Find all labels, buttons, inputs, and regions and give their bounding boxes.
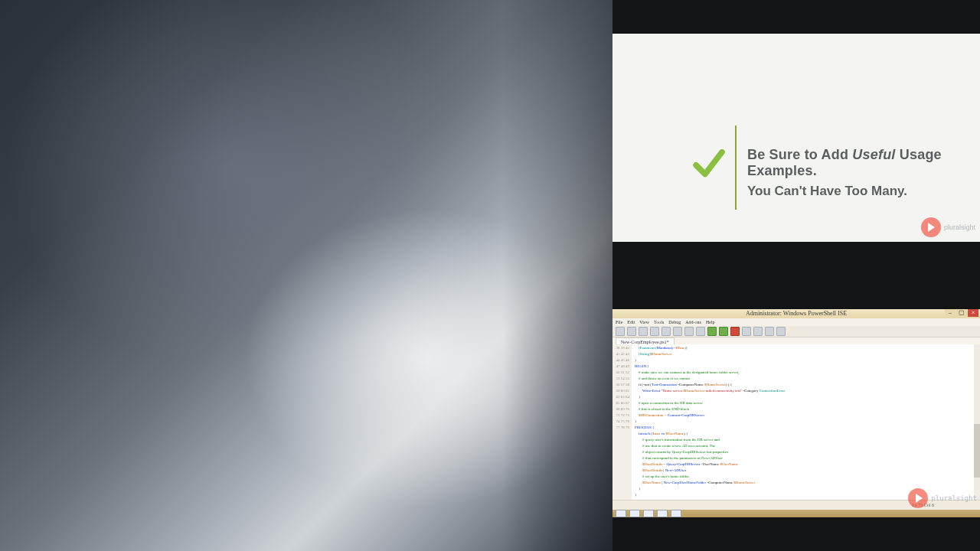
cut-icon[interactable] <box>650 327 659 336</box>
divider <box>735 126 737 210</box>
toolbar[interactable] <box>612 326 980 337</box>
run-selection-icon[interactable] <box>719 327 728 336</box>
checkmark-icon <box>692 147 726 181</box>
taskbar[interactable] <box>612 510 980 517</box>
run-icon[interactable] <box>707 327 717 336</box>
play-icon <box>908 488 928 508</box>
new-icon[interactable] <box>616 327 625 336</box>
brand-word: pluralsight <box>931 494 977 502</box>
code-editor[interactable]: 38 39 40 41 42 43 44 45 46 47 48 49 50 5… <box>612 344 980 500</box>
ie-icon[interactable] <box>629 510 640 517</box>
menu-view[interactable]: View <box>639 318 649 326</box>
explorer-icon[interactable] <box>643 510 654 517</box>
options-icon[interactable] <box>776 327 786 336</box>
save-icon[interactable] <box>639 327 648 336</box>
maximize-button[interactable]: ▢ <box>956 309 967 317</box>
window-title: Administrator: Windows PowerShell ISE <box>746 311 847 317</box>
pane-icon[interactable] <box>742 327 751 336</box>
menu-debug[interactable]: Debug <box>668 318 681 326</box>
stop-icon[interactable] <box>730 327 740 336</box>
slide-line-1-em: Useful <box>852 147 895 162</box>
play-icon <box>921 217 941 237</box>
brand-badge: pluralsight <box>921 217 975 237</box>
brand-badge: pluralsight <box>908 488 977 508</box>
window-titlebar[interactable]: Administrator: Windows PowerShell ISE – … <box>612 309 980 318</box>
slide-line-1: Be Sure to Add Useful Usage Examples. <box>747 147 980 179</box>
line-gutter: 38 39 40 41 42 43 44 45 46 47 48 49 50 5… <box>612 344 632 500</box>
minimize-button[interactable]: – <box>945 309 956 317</box>
copy-icon[interactable] <box>662 327 671 336</box>
menu-bar[interactable]: FileEditViewToolsDebugAdd-onsHelp <box>612 318 980 326</box>
close-button[interactable]: × <box>968 309 978 317</box>
thumbnail-column: Be Sure to Add Useful Usage Examples. Yo… <box>612 0 980 551</box>
menu-add-ons[interactable]: Add-ons <box>685 318 701 326</box>
brand-word: pluralsight <box>944 223 975 231</box>
start-button[interactable] <box>616 510 626 517</box>
undo-icon[interactable] <box>684 327 694 336</box>
menu-tools[interactable]: Tools <box>654 318 664 326</box>
slide-line-1a: Be Sure to Add <box>747 147 852 162</box>
menu-help[interactable]: Help <box>706 318 715 326</box>
hero-photo <box>0 0 612 551</box>
powershell-icon[interactable] <box>671 510 681 517</box>
menu-file[interactable]: File <box>616 318 622 326</box>
menu-edit[interactable]: Edit <box>627 318 635 326</box>
store-icon[interactable] <box>657 510 668 517</box>
open-icon[interactable] <box>627 327 636 336</box>
code-lines[interactable]: [Parameter(Mandatory=$True)] [String]$Ho… <box>632 344 980 500</box>
pane3-icon[interactable] <box>765 327 774 336</box>
slide-line-2: You Can't Have Too Many. <box>747 184 907 199</box>
pane2-icon[interactable] <box>753 327 763 336</box>
paste-icon[interactable] <box>673 327 682 336</box>
scrollbar-thumb[interactable] <box>974 424 980 478</box>
ise-thumbnail[interactable]: Administrator: Windows PowerShell ISE – … <box>612 309 980 517</box>
redo-icon[interactable] <box>696 327 705 336</box>
slide-thumbnail[interactable]: Be Sure to Add Useful Usage Examples. Yo… <box>612 34 980 242</box>
